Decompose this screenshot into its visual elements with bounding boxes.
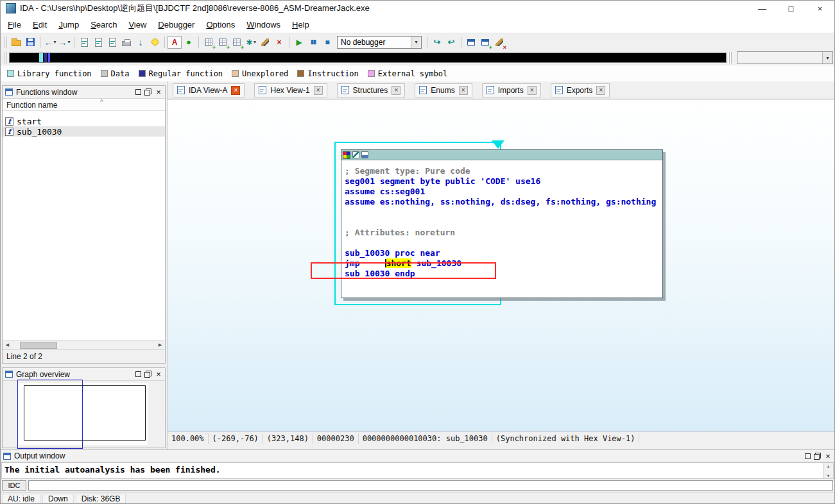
- menu-search[interactable]: Search: [85, 17, 123, 32]
- print-icon[interactable]: [119, 35, 133, 49]
- function-name-column-header[interactable]: Function name ^: [3, 99, 165, 111]
- node-screenshot-icon[interactable]: [361, 151, 368, 158]
- menu-windows[interactable]: Windows: [241, 17, 286, 32]
- graph-overview-titlebar[interactable]: Graph overview ×: [3, 368, 165, 381]
- search-text-icon[interactable]: [91, 35, 105, 49]
- nav-combo-arrow-icon[interactable]: ▾: [822, 52, 832, 63]
- menu-jump[interactable]: Jump: [53, 17, 85, 32]
- overview-close-button[interactable]: ×: [155, 370, 162, 378]
- functions-window-titlebar[interactable]: Functions window ×: [3, 86, 165, 99]
- function-row-sub-10030[interactable]: f sub_10030: [3, 126, 165, 137]
- tab-close-icon[interactable]: ×: [528, 86, 537, 95]
- tab-close-icon[interactable]: ×: [231, 86, 240, 95]
- command-input[interactable]: [28, 480, 833, 491]
- legend-unexplored: Unexplored: [232, 69, 288, 78]
- tab-enums[interactable]: Enums ×: [415, 83, 472, 97]
- scroll-right-icon[interactable]: ▶: [155, 342, 165, 348]
- navband-grip-2[interactable]: [728, 52, 732, 63]
- menu-edit[interactable]: Edit: [27, 17, 53, 32]
- save-icon[interactable]: [23, 35, 37, 49]
- flashlight-icon[interactable]: [148, 35, 162, 49]
- new-struct-icon[interactable]: +: [202, 35, 216, 49]
- step-into-icon[interactable]: ↩: [444, 35, 458, 49]
- debug-pause-icon[interactable]: ▮▮: [306, 35, 320, 49]
- tab-hex-view-1[interactable]: Hex View-1 ×: [254, 83, 327, 97]
- close-button[interactable]: ×: [805, 1, 834, 16]
- open-file-icon[interactable]: [9, 35, 23, 49]
- title-bar: IDA - C:\Users\hp\Desktop\逆向题目\[BJDCTF 2…: [1, 1, 834, 16]
- search-binary-icon[interactable]: [77, 35, 91, 49]
- scrollbar-thumb[interactable]: [20, 342, 57, 349]
- jump-address-icon[interactable]: ↓: [133, 35, 148, 49]
- add-view-icon[interactable]: +: [478, 35, 492, 49]
- maximize-button[interactable]: □: [777, 1, 805, 16]
- hex-view-icon: [259, 86, 266, 94]
- output-restore-button[interactable]: [805, 453, 811, 459]
- asm-line[interactable]: ; Segment type: Pure code: [345, 166, 662, 176]
- tab-exports[interactable]: Exports ×: [551, 83, 610, 97]
- function-row-start[interactable]: f start: [3, 116, 165, 126]
- functions-hscrollbar[interactable]: ◀ ▶: [3, 340, 165, 349]
- node-colors-icon[interactable]: [343, 151, 350, 159]
- menu-file[interactable]: File: [2, 17, 27, 32]
- menu-options[interactable]: Options: [200, 17, 241, 32]
- tab-imports[interactable]: Imports ×: [482, 83, 541, 97]
- debug-stop-icon[interactable]: ■: [320, 35, 334, 49]
- analysis-indicator-icon[interactable]: ●: [182, 35, 196, 49]
- scroll-up-icon[interactable]: ▲: [827, 464, 830, 468]
- menu-debugger[interactable]: Debugger: [152, 17, 200, 32]
- navigate-forward-icon[interactable]: →▾: [57, 35, 71, 49]
- debugger-windows-icon[interactable]: [464, 35, 478, 49]
- debugger-select-arrow-icon[interactable]: ▾: [411, 37, 421, 48]
- menu-help[interactable]: Help: [286, 17, 315, 32]
- string-literal-icon[interactable]: A: [168, 36, 182, 49]
- tab-close-icon[interactable]: ×: [459, 86, 468, 95]
- tab-close-icon[interactable]: ×: [314, 86, 323, 95]
- main-toolbar: ←▾ →▾ ↓ A ● + + + ∗▾ × ▶ ▮▮ ■ No debugge…: [1, 33, 834, 51]
- scroll-down-icon[interactable]: ▼: [827, 473, 830, 478]
- output-close-button[interactable]: ×: [824, 452, 832, 460]
- cli-language-button[interactable]: IDC: [2, 480, 26, 491]
- search-next-icon[interactable]: [105, 35, 119, 49]
- minimize-button[interactable]: —: [748, 1, 777, 16]
- asm-line[interactable]: seg001 segment byte public 'CODE' use16: [345, 176, 662, 187]
- navigate-back-icon[interactable]: ←▾: [43, 35, 57, 49]
- functions-close-button[interactable]: ×: [155, 88, 162, 96]
- nav-combo[interactable]: ▾: [737, 51, 833, 64]
- tab-structures[interactable]: Structures ×: [337, 83, 406, 97]
- navigation-band[interactable]: [9, 53, 727, 63]
- debugger-select[interactable]: No debugger▾: [337, 36, 422, 49]
- asterisk-menu-icon[interactable]: ∗▾: [244, 35, 258, 49]
- overview-viewport-rect[interactable]: [24, 385, 146, 441]
- navband-grip[interactable]: [4, 52, 7, 63]
- graph-overview-canvas[interactable]: [17, 383, 148, 445]
- asm-line[interactable]: assume cs:seg001: [345, 187, 662, 197]
- debug-start-icon[interactable]: ▶: [292, 35, 306, 49]
- tab-ida-view-a[interactable]: IDA View-A ×: [173, 83, 245, 97]
- step-over-icon[interactable]: ↪: [430, 35, 444, 49]
- output-vscrollbar[interactable]: ▲ ▼: [823, 463, 833, 478]
- overview-restore-button[interactable]: [135, 371, 141, 377]
- asm-line[interactable]: sub_10030 proc near: [345, 248, 662, 258]
- menu-view[interactable]: View: [123, 17, 152, 32]
- output-window-titlebar[interactable]: Output window ×: [1, 450, 834, 462]
- asm-line[interactable]: ; Attributes: noreturn: [345, 228, 662, 238]
- tab-close-icon[interactable]: ×: [596, 86, 605, 95]
- tab-close-icon[interactable]: ×: [392, 86, 400, 95]
- graph-canvas[interactable]: ; Segment type: Pure code seg001 segment…: [168, 99, 834, 432]
- new-enum-icon[interactable]: +: [216, 35, 230, 49]
- patch-icon[interactable]: [258, 35, 272, 49]
- node-title-bar[interactable]: [341, 150, 662, 160]
- edit-disabled-icon[interactable]: ×: [492, 35, 506, 49]
- new-segment-icon[interactable]: +: [230, 35, 244, 49]
- overview-float-button[interactable]: [144, 371, 151, 378]
- functions-restore-button[interactable]: [135, 89, 141, 95]
- output-float-button[interactable]: [814, 453, 821, 460]
- scroll-left-icon[interactable]: ◀: [3, 342, 12, 348]
- toolbar-grip[interactable]: [4, 37, 7, 48]
- functions-float-button[interactable]: [144, 88, 151, 96]
- output-log[interactable]: The initial autoanalysis has been finish…: [1, 462, 834, 479]
- node-edit-icon[interactable]: [352, 151, 359, 158]
- asm-line[interactable]: assume es:nothing, ss:nothing, ds:dseg, …: [345, 197, 662, 207]
- delete-icon[interactable]: ×: [272, 35, 286, 49]
